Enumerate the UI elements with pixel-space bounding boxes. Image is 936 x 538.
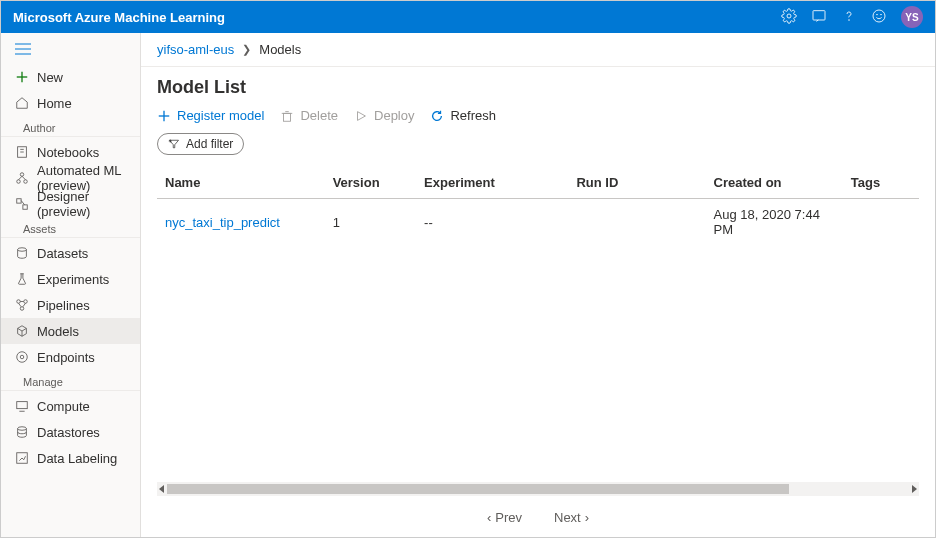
sidebar-item-endpoints[interactable]: Endpoints — [1, 344, 140, 370]
svg-line-21 — [21, 201, 25, 205]
sidebar-item-datastores[interactable]: Datastores — [1, 419, 140, 445]
topbar-actions: YS — [781, 6, 923, 28]
trash-icon — [280, 109, 294, 123]
main-content: yifso-aml-eus ❯ Models Model List Regist… — [141, 33, 935, 537]
sidebar-item-label: Models — [37, 324, 79, 339]
datalabel-icon — [15, 451, 29, 465]
compute-icon — [15, 399, 29, 413]
table-row[interactable]: nyc_taxi_tip_predict 1 -- Aug 18, 2020 7… — [157, 199, 919, 246]
sidebar-item-label: Designer (preview) — [37, 189, 126, 219]
breadcrumb: yifso-aml-eus ❯ Models — [141, 33, 935, 67]
svg-point-33 — [17, 352, 28, 363]
cell-created: Aug 18, 2020 7:44 PM — [706, 199, 843, 246]
filter-icon — [168, 138, 180, 150]
sidebar-item-new[interactable]: New — [1, 64, 140, 90]
svg-point-3 — [873, 10, 885, 22]
button-label: Refresh — [450, 108, 496, 123]
models-table: Name Version Experiment Run ID Created o… — [141, 167, 935, 482]
sidebar-item-label: Experiments — [37, 272, 109, 287]
svg-point-36 — [18, 427, 27, 431]
prev-button[interactable]: ‹ Prev — [487, 510, 522, 525]
add-filter-button[interactable]: Add filter — [157, 133, 244, 155]
cell-experiment: -- — [416, 199, 568, 246]
svg-point-32 — [20, 355, 24, 359]
svg-marker-43 — [358, 111, 366, 120]
sidebar-item-datalabeling[interactable]: Data Labeling — [1, 445, 140, 471]
sidebar-item-automl[interactable]: Automated ML (preview) — [1, 165, 140, 191]
models-icon — [15, 324, 29, 338]
breadcrumb-workspace[interactable]: yifso-aml-eus — [157, 42, 234, 57]
filter-row: Add filter — [141, 129, 935, 167]
feedback-icon[interactable] — [811, 8, 827, 27]
next-button[interactable]: Next › — [554, 510, 589, 525]
button-label: Add filter — [186, 137, 233, 151]
menu-toggle-icon[interactable] — [1, 37, 140, 64]
col-version[interactable]: Version — [325, 167, 416, 199]
sidebar-item-label: Home — [37, 96, 72, 111]
button-label: Next — [554, 510, 581, 525]
deploy-icon — [354, 109, 368, 123]
sidebar-item-home[interactable]: Home — [1, 90, 140, 116]
button-label: Deploy — [374, 108, 414, 123]
refresh-icon — [430, 109, 444, 123]
horizontal-scrollbar[interactable] — [157, 482, 919, 496]
register-model-button[interactable]: Register model — [157, 108, 264, 123]
svg-rect-19 — [17, 199, 21, 203]
sidebar-item-notebooks[interactable]: Notebooks — [1, 139, 140, 165]
sidebar-item-models[interactable]: Models — [1, 318, 140, 344]
svg-line-17 — [19, 176, 23, 180]
notebook-icon — [15, 145, 29, 159]
scrollbar-thumb[interactable] — [167, 484, 789, 494]
col-experiment[interactable]: Experiment — [416, 167, 568, 199]
cell-runid — [568, 199, 705, 246]
col-runid[interactable]: Run ID — [568, 167, 705, 199]
toolbar: Register model Delete Deploy Refresh — [141, 98, 935, 129]
svg-point-4 — [877, 14, 878, 15]
pager: ‹ Prev Next › — [141, 502, 935, 537]
sidebar-section-author: Author — [1, 116, 140, 137]
col-name[interactable]: Name — [157, 167, 325, 199]
button-label: Prev — [495, 510, 522, 525]
breadcrumb-current: Models — [259, 42, 301, 57]
col-tags[interactable]: Tags — [843, 167, 919, 199]
designer-icon — [15, 197, 29, 211]
smile-icon[interactable] — [871, 8, 887, 27]
sidebar-item-compute[interactable]: Compute — [1, 393, 140, 419]
svg-point-22 — [18, 248, 27, 252]
sidebar-item-designer[interactable]: Designer (preview) — [1, 191, 140, 217]
sidebar: New Home Author Notebooks Automated ML (… — [1, 33, 141, 537]
page-title: Model List — [141, 67, 935, 98]
chevron-right-icon: › — [585, 510, 589, 525]
svg-point-25 — [20, 307, 24, 311]
gear-icon[interactable] — [781, 8, 797, 27]
sidebar-item-pipelines[interactable]: Pipelines — [1, 292, 140, 318]
svg-point-24 — [24, 300, 28, 304]
automl-icon — [15, 171, 29, 185]
sidebar-item-datasets[interactable]: Datasets — [1, 240, 140, 266]
cell-name[interactable]: nyc_taxi_tip_predict — [157, 199, 325, 246]
chevron-right-icon: ❯ — [242, 43, 251, 56]
svg-rect-20 — [23, 205, 27, 209]
chevron-left-icon: ‹ — [487, 510, 491, 525]
col-created[interactable]: Created on — [706, 167, 843, 199]
svg-line-27 — [19, 303, 22, 307]
svg-line-29 — [18, 328, 22, 331]
help-icon[interactable] — [841, 8, 857, 27]
sidebar-item-label: Compute — [37, 399, 90, 414]
svg-point-0 — [787, 14, 791, 18]
avatar[interactable]: YS — [901, 6, 923, 28]
datasets-icon — [15, 246, 29, 260]
button-label: Delete — [300, 108, 338, 123]
table-header-row: Name Version Experiment Run ID Created o… — [157, 167, 919, 199]
plus-icon — [157, 109, 171, 123]
sidebar-item-experiments[interactable]: Experiments — [1, 266, 140, 292]
svg-point-23 — [17, 300, 21, 304]
sidebar-item-label: Data Labeling — [37, 451, 117, 466]
cell-version: 1 — [325, 199, 416, 246]
experiments-icon — [15, 272, 29, 286]
sidebar-item-label: Endpoints — [37, 350, 95, 365]
plus-icon — [15, 70, 29, 84]
svg-point-2 — [849, 19, 850, 20]
refresh-button[interactable]: Refresh — [430, 108, 496, 123]
datastores-icon — [15, 425, 29, 439]
